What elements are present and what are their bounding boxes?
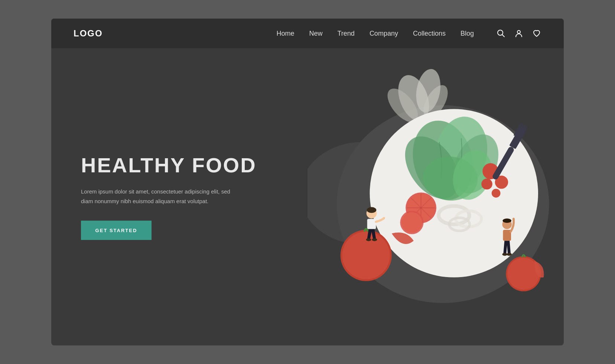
- svg-point-49: [502, 253, 507, 256]
- svg-point-30: [492, 189, 501, 198]
- nav-blog[interactable]: Blog: [461, 30, 474, 38]
- heart-icon[interactable]: [532, 29, 541, 38]
- svg-point-42: [367, 207, 377, 213]
- main-window: LOGO Home New Trend Company Collections …: [51, 19, 564, 345]
- get-started-button[interactable]: GET STARTED: [81, 221, 152, 240]
- svg-line-1: [502, 35, 505, 37]
- hero-illustration: [308, 48, 564, 345]
- nav-company[interactable]: Company: [370, 30, 398, 38]
- svg-point-47: [502, 218, 511, 223]
- nav-home[interactable]: Home: [276, 30, 294, 38]
- svg-point-2: [517, 30, 520, 33]
- search-icon[interactable]: [496, 29, 506, 38]
- hero-section: HEALTHY FOOD Lorem ipsum dolor sit amet,…: [51, 48, 564, 345]
- svg-point-23: [401, 212, 422, 233]
- svg-point-45: [372, 238, 377, 241]
- illustration-svg: [308, 48, 564, 345]
- hero-title: HEALTHY FOOD: [81, 154, 308, 177]
- svg-rect-43: [367, 219, 376, 229]
- svg-point-44: [366, 238, 371, 241]
- nav-trend[interactable]: Trend: [338, 30, 355, 38]
- nav-links: Home New Trend Company Collections Blog: [276, 30, 474, 38]
- nav-icon-group: [496, 29, 541, 38]
- user-icon[interactable]: [514, 29, 524, 38]
- nav-collections[interactable]: Collections: [413, 30, 446, 38]
- hero-left: HEALTHY FOOD Lorem ipsum dolor sit amet,…: [51, 48, 308, 345]
- logo: LOGO: [74, 28, 103, 39]
- navbar: LOGO Home New Trend Company Collections …: [51, 19, 564, 48]
- hero-description: Lorem ipsum dolor sit amet, consectetuer…: [81, 187, 237, 206]
- nav-new[interactable]: New: [309, 30, 323, 38]
- svg-point-50: [507, 253, 512, 256]
- svg-point-29: [481, 179, 492, 190]
- svg-point-38: [342, 232, 390, 279]
